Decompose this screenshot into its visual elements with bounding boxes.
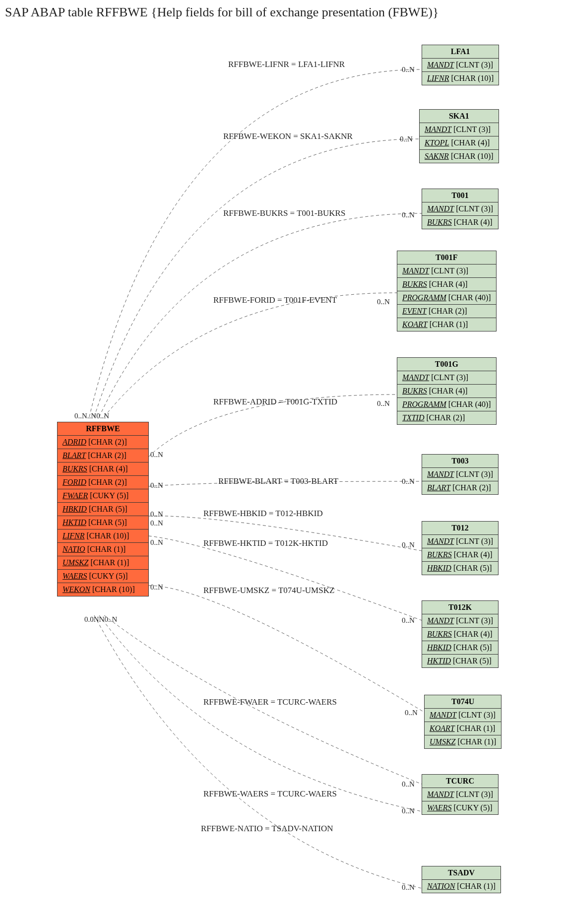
field-name: WEKON [62,585,90,594]
field-name: MANDT [427,204,454,213]
field-type: [CLNT (3)] [456,537,493,545]
field-type: [CHAR (1)] [87,545,126,553]
field-name: NATIO [62,545,85,553]
field-name: BUKRS [427,218,452,226]
field-type: [CHAR (1)] [457,882,496,890]
field-row: MANDT [CLNT (3)] [422,535,498,548]
field-name: MANDT [425,125,451,133]
field-name: HBKID [427,564,451,572]
field-type: [CHAR (4)] [429,387,468,395]
field-row: LIFNR [CHAR (10)] [58,529,148,543]
field-name: BUKRS [427,630,452,638]
entity-header: T012K [422,601,498,614]
entity-t001g: T001G MANDT [CLNT (3)] BUKRS [CHAR (4)] … [397,357,497,425]
field-type: [CHAR (2)] [426,413,465,422]
cardinality-label: 0..N [150,538,163,547]
field-row: TXTID [CHAR (2)] [397,411,496,424]
entity-header: T001G [397,358,496,371]
cardinality-label: 0..N [402,66,415,74]
field-row: WAERS [CUKY (5)] [58,570,148,583]
cardinality-label: 0..N [150,583,163,592]
cardinality-label: 0..N [402,807,415,815]
cardinality-label: 0..N [150,481,163,490]
page-title: SAP ABAP table RFFBWE {Help fields for b… [5,5,562,20]
field-row: BLART [CHAR (2)] [422,481,498,494]
field-row: EVENT [CHAR (2)] [397,305,496,318]
field-name: LIFNR [427,74,449,82]
field-row: BUKRS [CHAR (4)] [397,385,496,398]
field-name: BUKRS [62,464,87,473]
field-type: [CHAR (2)] [429,307,467,315]
field-name: MANDT [402,373,429,382]
field-name: TXTID [402,413,424,422]
field-name: SAKNR [425,152,449,160]
field-name: MANDT [427,61,454,69]
cardinality-cluster: 0..N..N0..N [74,412,109,420]
field-row: HBKID [CHAR (5)] [422,641,498,655]
field-row: BUKRS [CHAR (4)] [422,216,498,229]
field-name: PROGRAMM [402,293,446,302]
field-name: HBKID [427,643,451,652]
field-type: [CHAR (10)] [451,152,494,160]
entity-rffbwe: RFFBWE ADRID [CHAR (2)] BLART [CHAR (2)]… [57,422,149,596]
field-row: PROGRAMM [CHAR (40)] [397,291,496,305]
field-type: [CLNT (3)] [453,125,491,133]
field-name: FORID [62,478,86,486]
field-row: HKTID [CHAR (5)] [422,655,498,667]
field-row: FWAER [CUKY (5)] [58,489,148,503]
cardinality-label: 0..N [402,211,415,219]
field-type: [CUKY (5)] [454,803,493,812]
field-name: PROGRAMM [402,400,446,408]
field-type: [CHAR (2)] [452,483,491,492]
entity-header: LFA1 [422,45,499,59]
field-row: UMSKZ [CHAR (1)] [425,735,501,748]
field-type: [CHAR (2)] [88,451,126,460]
cardinality-label: 0..N [402,477,415,486]
field-name: MANDT [427,470,454,478]
entity-lfa1: LFA1 MANDT [CLNT (3)] LIFNR [CHAR (10)] [422,45,499,85]
entity-header: T012 [422,522,498,535]
field-type: [CHAR (2)] [88,438,127,446]
field-row: BLART [CHAR (2)] [58,449,148,462]
relation-label: RFFBWE-ADRID = T001G-TXTID [213,397,337,407]
field-type: [CHAR (10)] [86,531,129,540]
field-row: FORID [CHAR (2)] [58,476,148,489]
field-type: [CLNT (3)] [431,266,468,275]
field-row: SAKNR [CHAR (10)] [420,150,499,163]
relation-label: RFFBWE-HBKID = T012-HBKID [203,509,323,519]
entity-header: RFFBWE [58,422,148,436]
entity-t001: T001 MANDT [CLNT (3)] BUKRS [CHAR (4)] [422,189,499,229]
relation-label: RFFBWE-NATIO = TSADV-NATION [201,824,333,834]
field-name: ADRID [62,438,86,446]
field-type: [CHAR (4)] [454,630,493,638]
field-name: MANDT [427,537,454,545]
field-row: MANDT [CLNT (3)] [422,614,498,628]
field-name: MANDT [427,616,454,625]
cardinality-label: 0..N [150,451,163,459]
field-row: BUKRS [CHAR (4)] [58,462,148,476]
cardinality-cluster: 0.0NN0..N [84,615,117,624]
cardinality-label: 0..N [402,780,415,789]
field-row: HKTID [CHAR (5)] [58,516,148,529]
entity-t003: T003 MANDT [CLNT (3)] BLART [CHAR (2)] [422,454,499,495]
relation-label: RFFBWE-HKTID = T012K-HKTID [203,538,328,548]
field-row: UMSKZ [CHAR (1)] [58,556,148,570]
field-row: MANDT [CLNT (3)] [422,202,498,216]
field-name: BUKRS [402,280,427,288]
entity-header: SKA1 [420,110,499,123]
field-type: [CLNT (3)] [458,711,496,719]
entity-ska1: SKA1 MANDT [CLNT (3)] KTOPL [CHAR (4)] S… [419,109,499,163]
field-type: [CHAR (5)] [453,657,492,665]
field-type: [CHAR (5)] [453,643,492,652]
cardinality-label: 0..N [377,399,390,408]
field-type: [CUKY (5)] [89,572,128,580]
field-type: [CHAR (1)] [90,558,129,567]
entity-tcurc: TCURC MANDT [CLNT (3)] WAERS [CUKY (5)] [422,774,499,815]
field-type: [CHAR (1)] [457,724,496,732]
entity-t074u: T074U MANDT [CLNT (3)] KOART [CHAR (1)] … [424,695,501,749]
entity-header: T001F [397,251,496,264]
field-name: BUKRS [402,387,427,395]
cardinality-label: 0..N [402,883,415,892]
cardinality-label: 0..N [150,519,163,528]
field-name: UMSKZ [430,737,455,746]
